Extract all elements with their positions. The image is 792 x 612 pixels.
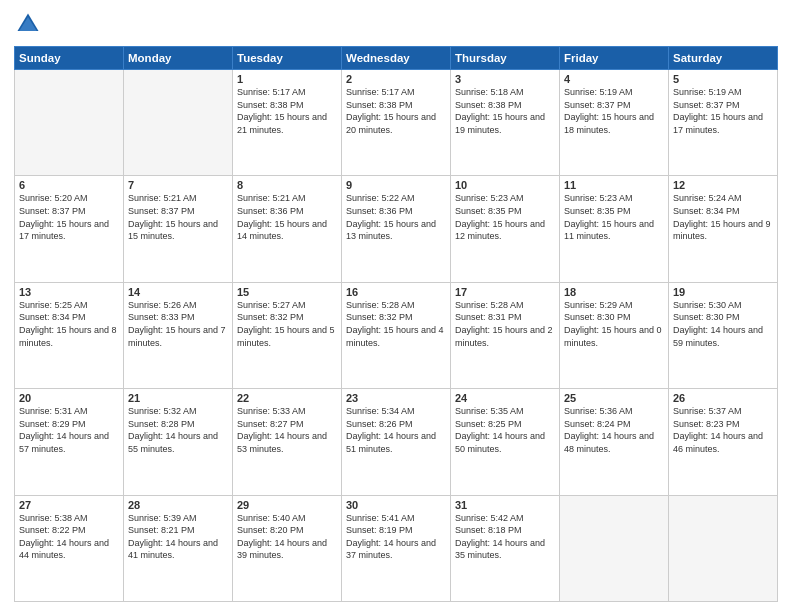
logo-icon <box>14 10 42 38</box>
calendar-cell: 27Sunrise: 5:38 AM Sunset: 8:22 PM Dayli… <box>15 495 124 601</box>
day-number: 2 <box>346 73 446 85</box>
day-info: Sunrise: 5:33 AM Sunset: 8:27 PM Dayligh… <box>237 405 337 455</box>
day-number: 30 <box>346 499 446 511</box>
day-number: 4 <box>564 73 664 85</box>
day-number: 21 <box>128 392 228 404</box>
calendar-cell: 13Sunrise: 5:25 AM Sunset: 8:34 PM Dayli… <box>15 282 124 388</box>
day-number: 23 <box>346 392 446 404</box>
calendar-week-1: 1Sunrise: 5:17 AM Sunset: 8:38 PM Daylig… <box>15 70 778 176</box>
calendar-cell: 18Sunrise: 5:29 AM Sunset: 8:30 PM Dayli… <box>560 282 669 388</box>
calendar-cell: 17Sunrise: 5:28 AM Sunset: 8:31 PM Dayli… <box>451 282 560 388</box>
day-info: Sunrise: 5:17 AM Sunset: 8:38 PM Dayligh… <box>346 86 446 136</box>
day-number: 16 <box>346 286 446 298</box>
calendar-cell: 4Sunrise: 5:19 AM Sunset: 8:37 PM Daylig… <box>560 70 669 176</box>
calendar-cell: 21Sunrise: 5:32 AM Sunset: 8:28 PM Dayli… <box>124 389 233 495</box>
day-number: 29 <box>237 499 337 511</box>
calendar-cell: 1Sunrise: 5:17 AM Sunset: 8:38 PM Daylig… <box>233 70 342 176</box>
calendar-cell: 31Sunrise: 5:42 AM Sunset: 8:18 PM Dayli… <box>451 495 560 601</box>
day-info: Sunrise: 5:28 AM Sunset: 8:31 PM Dayligh… <box>455 299 555 349</box>
calendar-cell: 8Sunrise: 5:21 AM Sunset: 8:36 PM Daylig… <box>233 176 342 282</box>
day-number: 25 <box>564 392 664 404</box>
day-number: 27 <box>19 499 119 511</box>
calendar-cell: 3Sunrise: 5:18 AM Sunset: 8:38 PM Daylig… <box>451 70 560 176</box>
day-info: Sunrise: 5:42 AM Sunset: 8:18 PM Dayligh… <box>455 512 555 562</box>
calendar-cell: 29Sunrise: 5:40 AM Sunset: 8:20 PM Dayli… <box>233 495 342 601</box>
calendar-header-tuesday: Tuesday <box>233 47 342 70</box>
day-number: 11 <box>564 179 664 191</box>
calendar-week-3: 13Sunrise: 5:25 AM Sunset: 8:34 PM Dayli… <box>15 282 778 388</box>
day-info: Sunrise: 5:39 AM Sunset: 8:21 PM Dayligh… <box>128 512 228 562</box>
calendar-cell: 19Sunrise: 5:30 AM Sunset: 8:30 PM Dayli… <box>669 282 778 388</box>
calendar-cell: 30Sunrise: 5:41 AM Sunset: 8:19 PM Dayli… <box>342 495 451 601</box>
day-number: 14 <box>128 286 228 298</box>
day-number: 12 <box>673 179 773 191</box>
day-info: Sunrise: 5:41 AM Sunset: 8:19 PM Dayligh… <box>346 512 446 562</box>
day-info: Sunrise: 5:27 AM Sunset: 8:32 PM Dayligh… <box>237 299 337 349</box>
calendar-cell: 10Sunrise: 5:23 AM Sunset: 8:35 PM Dayli… <box>451 176 560 282</box>
calendar-cell: 12Sunrise: 5:24 AM Sunset: 8:34 PM Dayli… <box>669 176 778 282</box>
calendar-cell: 15Sunrise: 5:27 AM Sunset: 8:32 PM Dayli… <box>233 282 342 388</box>
day-info: Sunrise: 5:35 AM Sunset: 8:25 PM Dayligh… <box>455 405 555 455</box>
calendar-cell: 23Sunrise: 5:34 AM Sunset: 8:26 PM Dayli… <box>342 389 451 495</box>
calendar-header-row: SundayMondayTuesdayWednesdayThursdayFrid… <box>15 47 778 70</box>
day-number: 1 <box>237 73 337 85</box>
day-number: 19 <box>673 286 773 298</box>
day-info: Sunrise: 5:17 AM Sunset: 8:38 PM Dayligh… <box>237 86 337 136</box>
day-number: 20 <box>19 392 119 404</box>
day-info: Sunrise: 5:20 AM Sunset: 8:37 PM Dayligh… <box>19 192 119 242</box>
day-info: Sunrise: 5:31 AM Sunset: 8:29 PM Dayligh… <box>19 405 119 455</box>
day-number: 7 <box>128 179 228 191</box>
day-info: Sunrise: 5:28 AM Sunset: 8:32 PM Dayligh… <box>346 299 446 349</box>
calendar-week-2: 6Sunrise: 5:20 AM Sunset: 8:37 PM Daylig… <box>15 176 778 282</box>
day-info: Sunrise: 5:19 AM Sunset: 8:37 PM Dayligh… <box>673 86 773 136</box>
day-info: Sunrise: 5:19 AM Sunset: 8:37 PM Dayligh… <box>564 86 664 136</box>
calendar-cell: 9Sunrise: 5:22 AM Sunset: 8:36 PM Daylig… <box>342 176 451 282</box>
header <box>14 10 778 38</box>
day-info: Sunrise: 5:32 AM Sunset: 8:28 PM Dayligh… <box>128 405 228 455</box>
calendar-header-sunday: Sunday <box>15 47 124 70</box>
day-number: 15 <box>237 286 337 298</box>
day-number: 17 <box>455 286 555 298</box>
day-number: 28 <box>128 499 228 511</box>
day-info: Sunrise: 5:37 AM Sunset: 8:23 PM Dayligh… <box>673 405 773 455</box>
calendar-cell: 25Sunrise: 5:36 AM Sunset: 8:24 PM Dayli… <box>560 389 669 495</box>
logo <box>14 10 46 38</box>
calendar-week-5: 27Sunrise: 5:38 AM Sunset: 8:22 PM Dayli… <box>15 495 778 601</box>
day-info: Sunrise: 5:40 AM Sunset: 8:20 PM Dayligh… <box>237 512 337 562</box>
calendar-header-monday: Monday <box>124 47 233 70</box>
calendar-cell <box>560 495 669 601</box>
day-info: Sunrise: 5:21 AM Sunset: 8:36 PM Dayligh… <box>237 192 337 242</box>
calendar-cell: 24Sunrise: 5:35 AM Sunset: 8:25 PM Dayli… <box>451 389 560 495</box>
day-number: 10 <box>455 179 555 191</box>
day-number: 24 <box>455 392 555 404</box>
day-info: Sunrise: 5:21 AM Sunset: 8:37 PM Dayligh… <box>128 192 228 242</box>
day-number: 13 <box>19 286 119 298</box>
day-number: 26 <box>673 392 773 404</box>
day-info: Sunrise: 5:18 AM Sunset: 8:38 PM Dayligh… <box>455 86 555 136</box>
day-info: Sunrise: 5:30 AM Sunset: 8:30 PM Dayligh… <box>673 299 773 349</box>
day-info: Sunrise: 5:34 AM Sunset: 8:26 PM Dayligh… <box>346 405 446 455</box>
day-info: Sunrise: 5:22 AM Sunset: 8:36 PM Dayligh… <box>346 192 446 242</box>
day-info: Sunrise: 5:38 AM Sunset: 8:22 PM Dayligh… <box>19 512 119 562</box>
calendar-cell <box>15 70 124 176</box>
day-number: 31 <box>455 499 555 511</box>
calendar-cell: 20Sunrise: 5:31 AM Sunset: 8:29 PM Dayli… <box>15 389 124 495</box>
calendar-header-wednesday: Wednesday <box>342 47 451 70</box>
calendar-cell: 28Sunrise: 5:39 AM Sunset: 8:21 PM Dayli… <box>124 495 233 601</box>
calendar-cell <box>669 495 778 601</box>
day-info: Sunrise: 5:23 AM Sunset: 8:35 PM Dayligh… <box>564 192 664 242</box>
calendar-cell: 16Sunrise: 5:28 AM Sunset: 8:32 PM Dayli… <box>342 282 451 388</box>
day-number: 9 <box>346 179 446 191</box>
page: SundayMondayTuesdayWednesdayThursdayFrid… <box>0 0 792 612</box>
calendar-cell: 2Sunrise: 5:17 AM Sunset: 8:38 PM Daylig… <box>342 70 451 176</box>
calendar-cell: 22Sunrise: 5:33 AM Sunset: 8:27 PM Dayli… <box>233 389 342 495</box>
day-info: Sunrise: 5:36 AM Sunset: 8:24 PM Dayligh… <box>564 405 664 455</box>
calendar-cell: 26Sunrise: 5:37 AM Sunset: 8:23 PM Dayli… <box>669 389 778 495</box>
day-info: Sunrise: 5:25 AM Sunset: 8:34 PM Dayligh… <box>19 299 119 349</box>
calendar-cell <box>124 70 233 176</box>
calendar-cell: 14Sunrise: 5:26 AM Sunset: 8:33 PM Dayli… <box>124 282 233 388</box>
day-info: Sunrise: 5:23 AM Sunset: 8:35 PM Dayligh… <box>455 192 555 242</box>
day-info: Sunrise: 5:24 AM Sunset: 8:34 PM Dayligh… <box>673 192 773 242</box>
day-number: 3 <box>455 73 555 85</box>
calendar-cell: 5Sunrise: 5:19 AM Sunset: 8:37 PM Daylig… <box>669 70 778 176</box>
